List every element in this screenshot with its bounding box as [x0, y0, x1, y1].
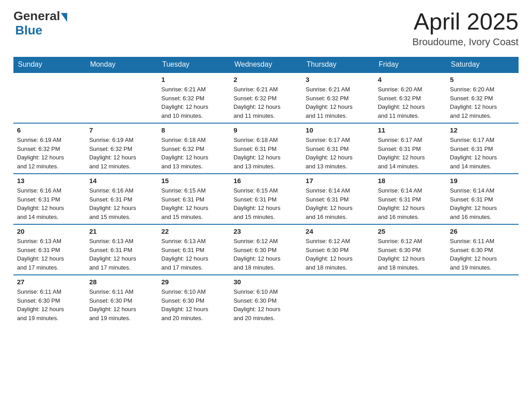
day-number: 26 — [450, 227, 515, 235]
header-cell-thursday: Thursday — [302, 57, 374, 73]
day-info-line: and 20 minutes. — [161, 314, 226, 323]
header-cell-friday: Friday — [374, 57, 446, 73]
day-info-line: Daylight: 12 hours — [233, 305, 298, 314]
day-cell: 3Sunrise: 6:21 AMSunset: 6:32 PMDaylight… — [302, 73, 374, 123]
day-info-line: Sunrise: 6:11 AM — [450, 237, 515, 246]
day-cell: 20Sunrise: 6:13 AMSunset: 6:31 PMDayligh… — [13, 224, 86, 275]
day-cell — [13, 73, 86, 123]
day-info-line: and 13 minutes. — [161, 162, 226, 171]
day-cell: 24Sunrise: 6:12 AMSunset: 6:30 PMDayligh… — [302, 224, 374, 275]
day-info-line: Sunrise: 6:14 AM — [450, 186, 515, 195]
day-cell: 2Sunrise: 6:21 AMSunset: 6:32 PMDaylight… — [230, 73, 302, 123]
day-info-line: Sunrise: 6:18 AM — [233, 136, 298, 145]
week-row: 20Sunrise: 6:13 AMSunset: 6:31 PMDayligh… — [13, 224, 519, 275]
day-info-line: Daylight: 12 hours — [161, 305, 226, 314]
calendar-location: Broudoume, Ivory Coast — [412, 36, 519, 48]
day-info-line: Sunset: 6:32 PM — [89, 145, 154, 154]
day-cell: 12Sunrise: 6:17 AMSunset: 6:31 PMDayligh… — [446, 123, 519, 174]
day-info-line: Daylight: 12 hours — [161, 103, 226, 111]
logo-arrow-icon — [61, 13, 67, 22]
day-info-line: Sunset: 6:30 PM — [233, 246, 298, 255]
day-info-line: and 20 minutes. — [233, 314, 298, 323]
day-cell: 5Sunrise: 6:20 AMSunset: 6:32 PMDaylight… — [446, 73, 519, 123]
day-info-line: Sunset: 6:32 PM — [306, 94, 371, 103]
day-info-line: Sunrise: 6:16 AM — [89, 186, 154, 195]
day-info-line: Daylight: 12 hours — [233, 103, 298, 111]
day-info-line: Daylight: 12 hours — [89, 204, 154, 213]
day-info-line: Sunrise: 6:10 AM — [233, 287, 298, 296]
day-info-line: and 17 minutes. — [89, 263, 154, 272]
day-info-line: Sunrise: 6:13 AM — [161, 237, 226, 246]
day-info-line: Daylight: 12 hours — [306, 153, 371, 162]
day-number: 15 — [161, 177, 226, 184]
day-info-line: and 17 minutes. — [161, 263, 226, 272]
day-number: 5 — [450, 76, 515, 83]
title-block: April 2025 Broudoume, Ivory Coast — [412, 9, 519, 48]
day-info-line: Sunset: 6:31 PM — [450, 195, 515, 204]
day-number: 16 — [233, 177, 298, 184]
day-cell: 22Sunrise: 6:13 AMSunset: 6:31 PMDayligh… — [158, 224, 230, 275]
day-info-line: Sunset: 6:31 PM — [233, 195, 298, 204]
day-info-line: Sunrise: 6:11 AM — [89, 287, 154, 296]
day-info-line: and 16 minutes. — [306, 213, 371, 222]
day-info-line: Sunrise: 6:14 AM — [378, 186, 443, 195]
day-number: 18 — [378, 177, 443, 184]
day-info-line: Sunset: 6:30 PM — [378, 246, 443, 255]
day-info-line: Sunset: 6:32 PM — [233, 94, 298, 103]
day-info-line: Daylight: 12 hours — [378, 103, 443, 111]
day-info-line: Daylight: 12 hours — [306, 254, 371, 263]
day-info-line: Sunrise: 6:20 AM — [450, 85, 515, 94]
day-info-line: and 14 minutes. — [17, 213, 82, 222]
day-number: 20 — [17, 227, 82, 235]
day-info-line: Daylight: 12 hours — [450, 103, 515, 111]
day-info-line: Sunset: 6:31 PM — [17, 195, 82, 204]
day-info-line: and 17 minutes. — [17, 263, 82, 272]
day-number: 23 — [233, 227, 298, 235]
day-number: 14 — [89, 177, 154, 184]
day-number: 30 — [233, 278, 298, 286]
day-cell: 18Sunrise: 6:14 AMSunset: 6:31 PMDayligh… — [374, 174, 446, 224]
day-info-line: Sunrise: 6:14 AM — [306, 186, 371, 195]
day-info-line: Daylight: 12 hours — [89, 153, 154, 162]
day-info-line: and 19 minutes. — [89, 314, 154, 323]
day-info-line: Daylight: 12 hours — [306, 103, 371, 111]
calendar-body: 1Sunrise: 6:21 AMSunset: 6:32 PMDaylight… — [13, 73, 519, 325]
day-number: 13 — [17, 177, 82, 184]
day-number: 6 — [17, 126, 82, 134]
day-info-line: Sunrise: 6:18 AM — [161, 136, 226, 145]
day-info-line: Sunset: 6:31 PM — [233, 145, 298, 154]
day-info-line: Sunrise: 6:15 AM — [233, 186, 298, 195]
day-info-line: Sunset: 6:31 PM — [306, 195, 371, 204]
day-cell: 27Sunrise: 6:11 AMSunset: 6:30 PMDayligh… — [13, 275, 86, 325]
day-info-line: Daylight: 12 hours — [161, 153, 226, 162]
day-info-line: and 18 minutes. — [233, 263, 298, 272]
day-info-line: Daylight: 12 hours — [450, 204, 515, 213]
day-number: 19 — [450, 177, 515, 184]
day-info-line: and 18 minutes. — [378, 263, 443, 272]
day-info-line: Daylight: 12 hours — [378, 254, 443, 263]
day-info-line: Sunrise: 6:15 AM — [161, 186, 226, 195]
calendar-table: SundayMondayTuesdayWednesdayThursdayFrid… — [13, 57, 519, 325]
day-number: 2 — [233, 76, 298, 83]
day-info-line: and 16 minutes. — [450, 213, 515, 222]
day-info-line: Daylight: 12 hours — [450, 254, 515, 263]
day-number: 29 — [161, 278, 226, 286]
day-info-line: Daylight: 12 hours — [378, 153, 443, 162]
day-info-line: and 12 minutes. — [450, 111, 515, 120]
day-cell: 13Sunrise: 6:16 AMSunset: 6:31 PMDayligh… — [13, 174, 86, 224]
day-info-line: Daylight: 12 hours — [161, 254, 226, 263]
day-info-line: Daylight: 12 hours — [17, 204, 82, 213]
day-info-line: Sunset: 6:31 PM — [89, 195, 154, 204]
day-info-line: and 19 minutes. — [17, 314, 82, 323]
day-info-line: and 11 minutes. — [306, 111, 371, 120]
day-info-line: Sunset: 6:30 PM — [89, 296, 154, 305]
day-number: 22 — [161, 227, 226, 235]
week-row: 6Sunrise: 6:19 AMSunset: 6:32 PMDaylight… — [13, 123, 519, 174]
day-info-line: Sunset: 6:32 PM — [378, 94, 443, 103]
day-info-line: Daylight: 12 hours — [89, 305, 154, 314]
header-cell-sunday: Sunday — [13, 57, 86, 73]
day-info-line: Sunrise: 6:19 AM — [89, 136, 154, 145]
day-info-line: and 10 minutes. — [161, 111, 226, 120]
day-info-line: and 18 minutes. — [306, 263, 371, 272]
day-info-line: and 13 minutes. — [233, 162, 298, 171]
